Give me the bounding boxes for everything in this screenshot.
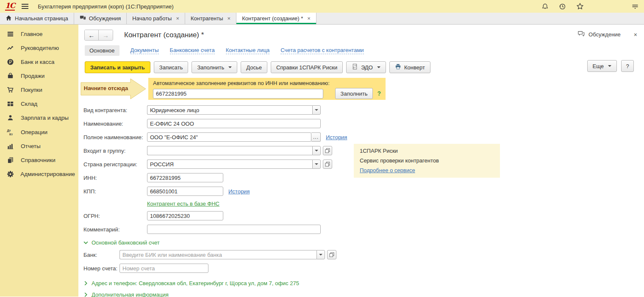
tab-getting-started[interactable]: Начало работы × bbox=[127, 13, 185, 24]
sidebar-item-directories[interactable]: Справочники bbox=[0, 153, 78, 167]
sidebar-item-label: Справочники bbox=[21, 157, 56, 163]
sidebar-item-payroll-hr[interactable]: Зарплата и кадры bbox=[0, 111, 78, 125]
back-button[interactable]: ← bbox=[85, 30, 99, 40]
kpp-history-link[interactable]: История bbox=[228, 188, 250, 195]
spark-info-panel: 1СПАРК Риски Сервис проверки контрагенто… bbox=[354, 144, 500, 178]
dossier-button[interactable]: Досье bbox=[241, 61, 267, 73]
gear-icon bbox=[6, 170, 14, 178]
discussion-close-icon[interactable]: × bbox=[634, 31, 637, 38]
chevron-down-icon[interactable] bbox=[316, 250, 325, 259]
sidebar-item-purchases[interactable]: Покупки bbox=[0, 83, 78, 97]
fns-status-link[interactable]: Контрагент есть в базе ФНС bbox=[147, 201, 219, 207]
fill-dropdown-button[interactable]: Заполнить bbox=[192, 61, 237, 73]
bank-row: Банк: bbox=[83, 248, 637, 261]
spark-details-link[interactable]: Подробнее о сервисе bbox=[360, 167, 415, 173]
group-open-button[interactable] bbox=[323, 146, 332, 155]
tab-close-icon[interactable]: × bbox=[176, 15, 179, 22]
chevron-right-icon bbox=[83, 281, 88, 286]
autofill-inn-input[interactable] bbox=[153, 89, 323, 99]
bank-open-button[interactable] bbox=[327, 250, 336, 259]
history-icon[interactable] bbox=[559, 3, 566, 10]
nav-tab-contact-persons[interactable]: Контактные лица bbox=[226, 47, 270, 54]
tab-discussions[interactable]: Обсуждения bbox=[74, 13, 127, 24]
group-combobox[interactable] bbox=[147, 146, 321, 155]
kpp-label: КПП: bbox=[83, 188, 147, 195]
sidebar-item-sales[interactable]: Продажи bbox=[0, 69, 78, 83]
address-section-toggle[interactable]: Адрес и телефон: Свердловская обл, Екате… bbox=[83, 280, 299, 286]
spark-reference-button[interactable]: Справки 1СПАРК Риски bbox=[271, 61, 343, 73]
full-name-input[interactable] bbox=[147, 132, 311, 142]
ogrn-input[interactable] bbox=[147, 211, 223, 220]
sidebar-item-label: Главное bbox=[21, 31, 43, 37]
sidebar-item-label: Руководителю bbox=[21, 45, 59, 51]
autofill-help-link[interactable]: ? bbox=[377, 90, 381, 97]
kpp-input[interactable] bbox=[147, 187, 223, 196]
svg-text:Дт: Дт bbox=[7, 129, 11, 132]
object-nav-tabs: Основное Документы Банковские счета Конт… bbox=[78, 41, 644, 59]
inn-input[interactable] bbox=[147, 173, 223, 182]
ogrn-row: ОГРН: bbox=[83, 209, 637, 223]
nav-tab-main[interactable]: Основное bbox=[85, 45, 119, 56]
more-button[interactable]: Еще bbox=[587, 60, 617, 72]
sidebar-item-warehouse[interactable]: Склад bbox=[0, 97, 78, 111]
edo-dropdown-button[interactable]: ЭДО bbox=[346, 61, 386, 73]
extra-info-section-toggle[interactable]: Дополнительная информация bbox=[83, 292, 169, 297]
bank-section-toggle[interactable]: Основной банковский счет bbox=[83, 239, 160, 246]
main-menu-icon[interactable] bbox=[21, 3, 29, 10]
open-window-icon bbox=[329, 252, 334, 257]
kind-input[interactable] bbox=[147, 105, 312, 115]
tab-home-page[interactable]: Начальная страница bbox=[0, 13, 74, 24]
autofill-fill-button[interactable]: Заполнить bbox=[335, 88, 373, 99]
chevron-down-icon[interactable] bbox=[312, 160, 321, 169]
extra-info-section-row: Дополнительная информация bbox=[83, 289, 637, 297]
sidebar-item-reports[interactable]: Отчеты bbox=[0, 139, 78, 153]
group-input[interactable] bbox=[147, 146, 312, 155]
favorites-star-icon[interactable] bbox=[576, 3, 584, 10]
top-bar: 1С Бухгалтерия предприятия (корп) (1С:Пр… bbox=[0, 0, 644, 13]
forward-button[interactable]: → bbox=[99, 30, 113, 40]
chevron-down-icon[interactable] bbox=[312, 146, 321, 155]
country-input[interactable] bbox=[147, 160, 312, 169]
country-open-button[interactable] bbox=[323, 160, 332, 169]
sidebar-item-operations[interactable]: ДтКт Операции bbox=[0, 125, 78, 139]
full-name-history-link[interactable]: История bbox=[326, 134, 347, 140]
help-button[interactable]: ? bbox=[621, 60, 634, 72]
name-input[interactable] bbox=[147, 119, 321, 128]
save-and-close-button[interactable]: Записать и закрыть bbox=[85, 61, 150, 73]
sidebar-item-bank-cash[interactable]: Банк и касса bbox=[0, 55, 78, 69]
sidebar-item-administration[interactable]: Администрирование bbox=[0, 167, 78, 181]
sidebar-item-label: Зарплата и кадры bbox=[21, 115, 69, 121]
account-input[interactable] bbox=[119, 264, 208, 273]
comment-input[interactable] bbox=[147, 225, 321, 234]
envelope-print-button[interactable]: Конверт bbox=[389, 61, 430, 73]
chevron-down-icon[interactable] bbox=[312, 105, 321, 115]
notifications-bell-icon[interactable] bbox=[541, 3, 549, 10]
address-section-row: Адрес и телефон: Свердловская обл, Екате… bbox=[83, 278, 637, 289]
sidebar-item-main[interactable]: Главное bbox=[0, 27, 78, 41]
home-icon bbox=[6, 15, 12, 22]
autofill-panel: Автоматическое заполнение реквизитов по … bbox=[148, 78, 386, 100]
menu-lines-icon bbox=[6, 30, 14, 38]
discussion-control[interactable]: Обсуждение × bbox=[577, 30, 637, 38]
chevron-right-icon bbox=[83, 292, 88, 297]
comment-label: Комментарий: bbox=[83, 226, 147, 233]
edo-document-icon bbox=[352, 63, 358, 71]
nav-tab-documents[interactable]: Документы bbox=[130, 47, 159, 54]
kind-combobox[interactable] bbox=[147, 105, 321, 115]
inn-label: ИНН: bbox=[83, 175, 147, 181]
country-combobox[interactable] bbox=[147, 160, 321, 169]
sidebar-item-manager[interactable]: Руководителю bbox=[0, 41, 78, 55]
fns-status-row: Контрагент есть в базе ФНС bbox=[83, 198, 637, 209]
tab-counterparty-new[interactable]: Контрагент (создание) * × bbox=[236, 13, 316, 24]
tab-close-icon[interactable]: × bbox=[307, 15, 311, 22]
sidebar-item-label: Банк и касса bbox=[21, 59, 55, 65]
nav-tab-settlement-accounts[interactable]: Счета расчетов с контрагентами bbox=[280, 47, 364, 54]
tab-close-icon[interactable]: × bbox=[228, 15, 231, 22]
service-menu-icon[interactable] bbox=[631, 3, 639, 10]
nav-tab-bank-accounts[interactable]: Банковские счета bbox=[170, 47, 215, 54]
save-button[interactable]: Записать bbox=[154, 61, 189, 73]
tab-counterparties[interactable]: Контрагенты × bbox=[185, 13, 236, 24]
bank-combobox[interactable] bbox=[119, 250, 325, 259]
full-name-ellipsis-button[interactable]: ... bbox=[311, 132, 321, 142]
bank-input[interactable] bbox=[119, 250, 316, 259]
